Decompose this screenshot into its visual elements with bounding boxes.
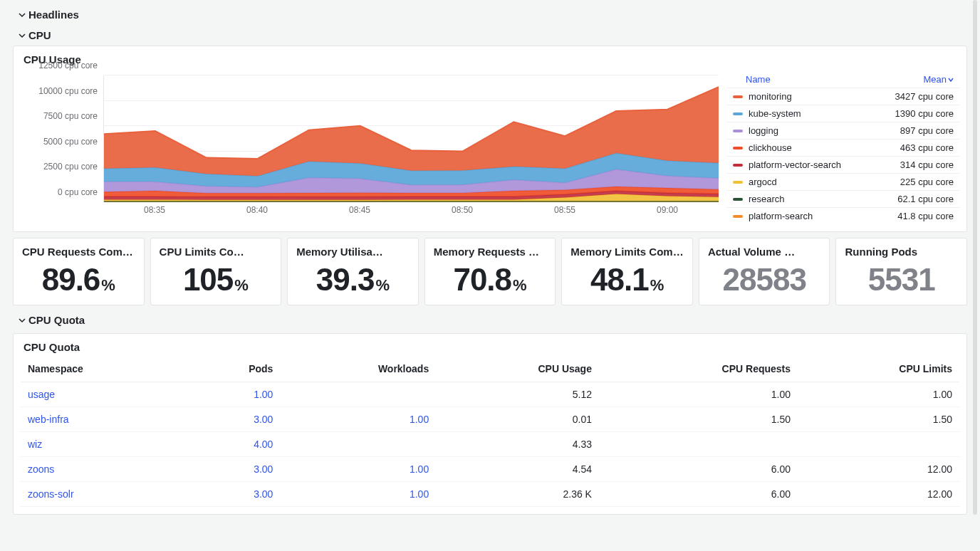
- legend-name: argocd: [749, 177, 900, 187]
- legend-swatch: [733, 95, 743, 98]
- quota-cell: 6.00: [599, 482, 798, 507]
- legend-value: 897 cpu core: [900, 125, 954, 136]
- quota-cell[interactable]: 3.00: [187, 457, 280, 482]
- legend-item[interactable]: research62.1 cpu core: [727, 190, 959, 207]
- legend-name: research: [749, 194, 897, 204]
- quota-cell: 4.33: [436, 432, 599, 457]
- legend-name: monitoring: [749, 91, 895, 102]
- legend-item[interactable]: kube-system1390 cpu core: [727, 105, 959, 122]
- quota-cell[interactable]: 4.00: [187, 432, 280, 457]
- stat-panel[interactable]: Memory Utilisa…39.3%: [287, 238, 419, 305]
- chevron-down-icon: [19, 32, 26, 39]
- table-row: zoons3.001.004.546.0012.00: [21, 457, 959, 482]
- quota-col[interactable]: Pods: [187, 356, 280, 382]
- legend-value: 314 cpu core: [900, 159, 954, 170]
- quota-col[interactable]: Workloads: [280, 356, 436, 382]
- stat-row: CPU Requests Commit…89.6%CPU Limits Co…1…: [13, 238, 967, 305]
- namespace-cell[interactable]: zoons: [21, 457, 187, 482]
- quota-cell: [798, 432, 959, 457]
- quota-col[interactable]: CPU Limits: [798, 356, 959, 382]
- quota-cell[interactable]: 1.00: [280, 457, 436, 482]
- y-tick: 2500 cpu core: [43, 162, 98, 172]
- cpu-quota-title: CPU Quota: [14, 334, 966, 356]
- legend-header-mean[interactable]: Mean: [923, 74, 954, 85]
- stat-unit: %: [375, 276, 390, 295]
- quota-cell[interactable]: 1.00: [280, 482, 436, 507]
- legend-item[interactable]: argocd225 cpu core: [727, 173, 959, 190]
- chevron-down-icon: [19, 11, 26, 19]
- stat-panel[interactable]: Running Pods5531: [835, 238, 967, 305]
- stat-value: 28583: [723, 262, 806, 298]
- stat-unit: %: [234, 276, 249, 295]
- legend-value: 225 cpu core: [900, 177, 954, 187]
- stat-value: 5531: [868, 262, 935, 298]
- stat-panel[interactable]: CPU Requests Commit…89.6%: [13, 238, 145, 305]
- quota-cell: [599, 432, 798, 457]
- stat-label: Memory Utilisa…: [296, 246, 410, 258]
- cpu-usage-chart[interactable]: 0 cpu core2500 cpu core5000 cpu core7500…: [21, 68, 719, 216]
- stat-unit: %: [650, 276, 664, 295]
- chevron-down-icon: [19, 317, 26, 324]
- section-headlines-label: Headlines: [28, 9, 79, 21]
- quota-cell: 12.00: [798, 482, 959, 507]
- stat-panel[interactable]: Actual Volume …28583: [699, 238, 830, 305]
- namespace-cell[interactable]: web-infra: [21, 407, 187, 432]
- y-tick: 10000 cpu core: [38, 86, 98, 96]
- quota-col[interactable]: CPU Requests: [599, 356, 798, 382]
- stat-value: 89.6: [42, 262, 100, 298]
- legend-item[interactable]: platform-search41.8 cpu core: [727, 207, 959, 224]
- legend-item[interactable]: clickhouse463 cpu core: [727, 139, 959, 156]
- stat-panel[interactable]: CPU Limits Co…105%: [150, 238, 282, 305]
- legend-name: clickhouse: [749, 142, 900, 153]
- quota-cell: 12.00: [798, 457, 959, 482]
- quota-cell: 0.01: [436, 407, 599, 432]
- legend-item[interactable]: monitoring3427 cpu core: [727, 88, 959, 105]
- legend-value: 62.1 cpu core: [897, 194, 954, 204]
- namespace-cell[interactable]: wiz: [21, 432, 187, 457]
- stat-value: 105: [183, 262, 233, 298]
- cpu-quota-table: NamespacePodsWorkloadsCPU UsageCPU Reque…: [21, 356, 959, 507]
- stat-unit: %: [513, 276, 527, 295]
- quota-col[interactable]: Namespace: [21, 356, 187, 382]
- y-tick: 12500 cpu core: [38, 61, 98, 70]
- section-cpu-quota-toggle[interactable]: CPU Quota: [13, 310, 967, 330]
- cpu-quota-panel: CPU Quota NamespacePodsWorkloadsCPU Usag…: [13, 333, 967, 515]
- quota-cell: 1.50: [798, 407, 959, 432]
- legend-name: kube-system: [749, 108, 895, 119]
- y-tick: 0 cpu core: [58, 187, 98, 197]
- stat-label: Actual Volume …: [708, 246, 821, 258]
- section-cpu-label: CPU: [28, 29, 51, 41]
- stat-label: Memory Requests Com…: [434, 246, 547, 258]
- quota-cell[interactable]: 3.00: [187, 407, 280, 432]
- namespace-cell[interactable]: zoons-solr: [21, 482, 187, 507]
- namespace-cell[interactable]: usage: [21, 382, 187, 407]
- y-tick: 5000 cpu core: [43, 137, 98, 147]
- quota-cell: 5.12: [436, 382, 599, 407]
- legend-item[interactable]: logging897 cpu core: [727, 122, 959, 139]
- stat-label: CPU Limits Co…: [160, 246, 273, 258]
- legend-item[interactable]: platform-vector-search314 cpu core: [727, 156, 959, 173]
- legend-header-name[interactable]: Name: [746, 74, 923, 85]
- cpu-usage-title: CPU Usage: [14, 46, 966, 68]
- stat-label: CPU Requests Commit…: [22, 246, 135, 258]
- legend-swatch: [733, 112, 743, 115]
- quota-cell[interactable]: 1.00: [187, 382, 280, 407]
- stat-panel[interactable]: Memory Requests Com…70.8%: [424, 238, 556, 305]
- quota-cell: [280, 382, 436, 407]
- section-headlines-toggle[interactable]: Headlines: [13, 4, 967, 25]
- stat-value: 48.1: [590, 262, 649, 298]
- x-tick: 08:35: [144, 205, 165, 215]
- legend-swatch: [733, 215, 743, 218]
- quota-cell[interactable]: 3.00: [187, 482, 280, 507]
- legend-swatch: [733, 198, 743, 201]
- chevron-down-icon: [948, 77, 954, 83]
- stat-panel[interactable]: Memory Limits Commit…48.1%: [561, 238, 693, 305]
- stat-unit: %: [101, 276, 115, 295]
- quota-col[interactable]: CPU Usage: [436, 356, 599, 382]
- legend-value: 463 cpu core: [900, 142, 954, 153]
- cpu-usage-panel: CPU Usage 0 cpu core2500 cpu core5000 cp…: [13, 46, 967, 232]
- section-cpu-toggle[interactable]: CPU: [13, 25, 967, 46]
- quota-cell[interactable]: 1.00: [280, 407, 436, 432]
- x-tick: 08:55: [554, 205, 575, 215]
- legend-name: platform-search: [749, 211, 897, 221]
